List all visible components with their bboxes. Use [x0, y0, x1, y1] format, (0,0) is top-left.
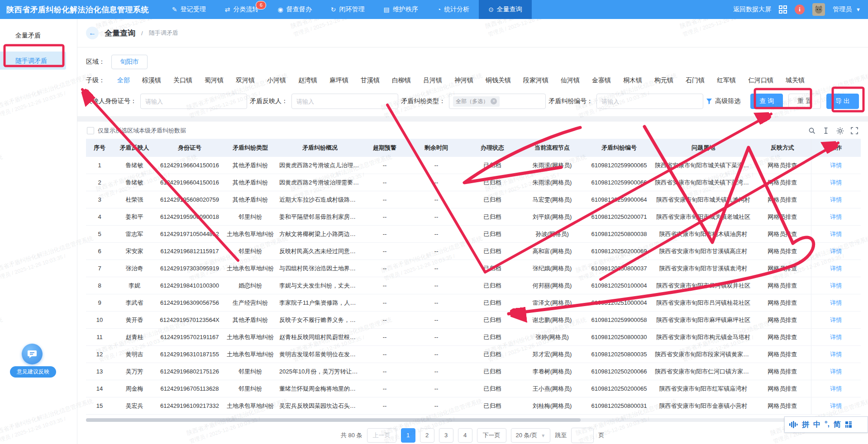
export-button[interactable]: 导 出 — [826, 94, 859, 109]
fullscreen-icon[interactable] — [851, 127, 858, 134]
sublevel-option[interactable]: 吕河镇 — [423, 76, 442, 85]
nav-item-stats[interactable]: ◔统计分析 — [428, 0, 479, 19]
sublevel-option[interactable]: 棕溪镇 — [142, 76, 161, 85]
sublevel-option[interactable]: 石门镇 — [686, 76, 705, 85]
sidebar-item-0[interactable]: 全量矛盾 — [0, 26, 77, 44]
detail-link[interactable]: 详情 — [830, 265, 842, 272]
apps-grid-icon[interactable] — [779, 5, 787, 14]
sublevel-option[interactable]: 白柳镇 — [392, 76, 411, 85]
tag-close-icon[interactable]: × — [491, 98, 497, 104]
nav-item-query[interactable]: ⊙全量查询 — [479, 0, 532, 19]
nav-item-order[interactable]: ▤维护秩序 — [374, 0, 427, 19]
dispute-type-select[interactable]: 全部（多选） × — [449, 94, 546, 109]
page-button-4[interactable]: 4 — [458, 428, 472, 443]
detail-link[interactable]: 详情 — [830, 316, 842, 323]
page-size-select[interactable]: 20 条/页 ▼ — [511, 428, 551, 443]
detail-link[interactable]: 详情 — [830, 334, 842, 340]
cell-id-card: 61242919570123564X — [156, 312, 224, 329]
avatar[interactable] — [812, 3, 825, 16]
sublevel-option[interactable]: 麻坪镇 — [329, 76, 348, 85]
jump-page-input[interactable] — [571, 428, 594, 443]
detail-link[interactable]: 详情 — [830, 351, 842, 358]
notification-icon[interactable]: i — [795, 5, 805, 14]
detail-link[interactable]: 详情 — [830, 162, 842, 169]
detail-link[interactable]: 详情 — [830, 248, 842, 255]
ime-mode[interactable]: 简 — [834, 420, 841, 430]
column-settings-icon[interactable] — [822, 127, 830, 134]
horizontal-scrollbar[interactable] — [86, 418, 859, 422]
detail-link[interactable]: 详情 — [830, 231, 842, 237]
cell-place: 陕西省安康市旬阳市麻坪镇麻坪社区 — [653, 312, 754, 329]
dispute-number-input[interactable] — [596, 94, 703, 109]
cell-warning: -- — [363, 346, 406, 363]
nav-item-transfer[interactable]: ⇄分类流转6 — [215, 0, 268, 19]
sublevel-option[interactable]: 甘溪镇 — [361, 76, 380, 85]
back-to-dashboard-link[interactable]: 返回数据大屏 — [733, 5, 771, 14]
checkbox-icon[interactable] — [87, 127, 94, 134]
sublevel-option[interactable]: 仁河口镇 — [748, 76, 773, 85]
gear-icon[interactable] — [836, 127, 844, 135]
cell-number: 61098120259900064 — [586, 191, 653, 208]
sublevel-option[interactable]: 双河镇 — [236, 76, 255, 85]
advanced-filter-button[interactable]: 高级筛选 — [706, 97, 740, 105]
detail-link[interactable]: 详情 — [830, 385, 842, 392]
breadcrumb-parent[interactable]: 全量查询 — [105, 28, 135, 38]
ime-keyboard-icon[interactable] — [845, 421, 852, 428]
detail-link[interactable]: 详情 — [830, 368, 842, 375]
sublevel-option[interactable]: 蜀河镇 — [205, 76, 224, 85]
search-icon[interactable] — [808, 127, 816, 134]
main-content: ← 全量查询 / 随手调矛盾 区域： 旬阳市 子级： 全部棕溪镇关口镇蜀河镇双河… — [77, 19, 868, 444]
detail-link[interactable]: 详情 — [830, 179, 842, 186]
sublevel-option[interactable]: 段家河镇 — [523, 76, 548, 85]
sublevel-option[interactable]: 神河镇 — [454, 76, 473, 85]
detail-link[interactable]: 详情 — [830, 213, 842, 220]
region-button[interactable]: 旬阳市 — [111, 55, 148, 69]
nav-item-register[interactable]: ✎登记受理 — [162, 0, 215, 19]
cell-node: 郑才宏(网格员) — [519, 346, 586, 363]
reset-button[interactable]: 重 置 — [788, 94, 821, 109]
sublevel-option[interactable]: 小河镇 — [267, 76, 286, 85]
next-page-button[interactable]: 下一页 — [477, 428, 506, 443]
ime-logo-icon[interactable] — [789, 420, 798, 429]
sublevel-option[interactable]: 关口镇 — [173, 76, 192, 85]
nav-item-closedloop[interactable]: ↻闭环管理 — [321, 0, 374, 19]
sublevel-option[interactable]: 赵湾镇 — [298, 76, 317, 85]
cell-method: 网格员排查 — [754, 191, 811, 208]
cell-action: 详情 — [811, 346, 861, 363]
page-button-1[interactable]: 1 — [401, 428, 415, 443]
detail-link[interactable]: 详情 — [830, 299, 842, 306]
sublevel-option[interactable]: 全部 — [117, 76, 130, 85]
query-button[interactable]: 查 询 — [750, 94, 783, 109]
ime-mode[interactable]: 中 — [813, 420, 820, 430]
sublevel-option[interactable]: 桐木镇 — [623, 76, 642, 85]
detail-link[interactable]: 详情 — [830, 196, 842, 203]
sublevel-option[interactable]: 城关镇 — [786, 76, 805, 85]
detail-link[interactable]: 详情 — [830, 282, 842, 289]
cell-node: 李卷树(网格员) — [519, 363, 586, 380]
sublevel-option[interactable]: 构元镇 — [654, 76, 673, 85]
feedback-icon[interactable] — [22, 344, 43, 364]
cell-name: 鲁绪敏 — [113, 174, 156, 191]
sidebar-item-1[interactable]: 随手调矛盾 — [0, 52, 66, 70]
scrollbar-thumb[interactable] — [86, 418, 581, 422]
idcard-input[interactable] — [140, 94, 247, 109]
cell-name: 吴宏兵 — [113, 397, 156, 415]
sublevel-option[interactable]: 红军镇 — [717, 76, 736, 85]
sublevel-option[interactable]: 金寨镇 — [592, 76, 611, 85]
reporter-input[interactable] — [291, 94, 398, 109]
feedback-button[interactable]: 意见建议反映 — [10, 366, 56, 378]
sublevel-option[interactable]: 铜钱关镇 — [486, 76, 511, 85]
back-icon[interactable]: ← — [86, 27, 99, 39]
prev-page-button[interactable]: 上一页 — [367, 428, 396, 443]
username[interactable]: 管理员 — [833, 5, 852, 14]
detail-link[interactable]: 详情 — [830, 402, 842, 409]
page-button-3[interactable]: 3 — [439, 428, 453, 443]
page-button-2[interactable]: 2 — [420, 428, 434, 443]
scope-checkbox[interactable]: 仅显示所选区域本级矛盾纠纷数据 — [87, 127, 186, 135]
ime-mode[interactable]: 拼 — [802, 420, 809, 430]
cell-overview: 董绪兰怀疑周金梅将地里的草堆... — [277, 380, 363, 397]
nav-item-supervise[interactable]: ◉督查督办 — [268, 0, 321, 19]
ime-mode[interactable]: °, — [825, 420, 830, 430]
sublevel-option[interactable]: 仙河镇 — [561, 76, 580, 85]
cell-idx: 5 — [86, 226, 113, 243]
